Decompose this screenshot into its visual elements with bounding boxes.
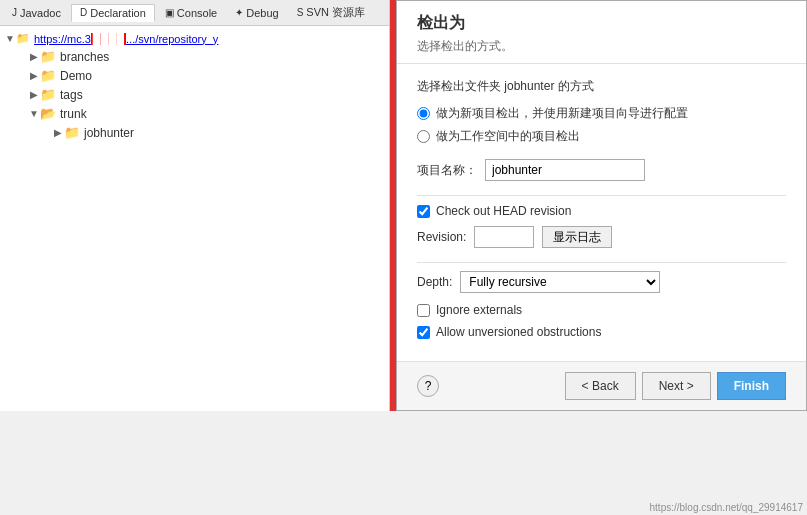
demo-folder-icon: 📁 [40, 68, 56, 83]
tags-arrow: ▶ [28, 89, 40, 100]
section-label: 选择检出文件夹 jobhunter 的方式 [417, 78, 786, 95]
project-name-label: 项目名称： [417, 162, 477, 179]
root-url-label[interactable]: https://mc.3████.../svn/repository_y [34, 33, 218, 45]
watermark: https://blog.csdn.net/qq_29914617 [650, 502, 803, 513]
tab-debug[interactable]: ✦ Debug [227, 5, 286, 21]
project-name-input[interactable] [485, 159, 645, 181]
tab-declaration[interactable]: D Declaration [71, 4, 155, 22]
tree-item-demo[interactable]: ▶ 📁 Demo [0, 66, 389, 85]
dialog-subtitle: 选择检出的方式。 [417, 38, 786, 55]
radio-group: 做为新项目检出，并使用新建项目向导进行配置 做为工作空间中的项目检出 [417, 105, 786, 145]
tab-javadoc[interactable]: J Javadoc [4, 5, 69, 21]
dialog-footer: ? < Back Next > Finish [397, 361, 806, 410]
radio-workspace-project[interactable]: 做为工作空间中的项目检出 [417, 128, 786, 145]
tree-item-jobhunter[interactable]: ▶ 📁 jobhunter [0, 123, 389, 142]
debug-icon: ✦ [235, 7, 243, 18]
revision-input[interactable] [474, 226, 534, 248]
ignore-externals-checkbox[interactable] [417, 304, 430, 317]
checkout-head-row[interactable]: Check out HEAD revision [417, 204, 786, 218]
console-icon: ▣ [165, 7, 174, 18]
depth-row: Depth: Fully recursive Immediate childre… [417, 271, 786, 293]
tree-item-trunk[interactable]: ▼ 📂 trunk [0, 104, 389, 123]
jobhunter-folder-icon: 📁 [64, 125, 80, 140]
javadoc-icon: J [12, 7, 17, 18]
root-arrow: ▼ [4, 33, 16, 44]
depth-label: Depth: [417, 275, 452, 289]
finish-button[interactable]: Finish [717, 372, 786, 400]
tree-panel: ▼ 📁 https://mc.3████.../svn/repository_y… [0, 26, 389, 411]
trunk-folder-icon: 📂 [40, 106, 56, 121]
tab-svn[interactable]: S SVN 资源库 [289, 3, 373, 22]
divider-1 [417, 195, 786, 196]
revision-label: Revision: [417, 230, 466, 244]
tags-folder-icon: 📁 [40, 87, 56, 102]
branches-arrow: ▶ [28, 51, 40, 62]
branches-folder-icon: 📁 [40, 49, 56, 64]
root-folder-icon: 📁 [16, 32, 30, 45]
radio-workspace-input[interactable] [417, 130, 430, 143]
project-name-row: 项目名称： [417, 159, 786, 181]
tab-console[interactable]: ▣ Console [157, 5, 225, 21]
footer-buttons: < Back Next > Finish [565, 372, 786, 400]
revision-row: Revision: 显示日志 [417, 226, 786, 248]
back-button[interactable]: < Back [565, 372, 636, 400]
tree-root[interactable]: ▼ 📁 https://mc.3████.../svn/repository_y [0, 30, 389, 47]
checkout-dialog: 检出为 选择检出的方式。 选择检出文件夹 jobhunter 的方式 做为新项目… [396, 0, 807, 411]
dialog-body: 选择检出文件夹 jobhunter 的方式 做为新项目检出，并使用新建项目向导进… [397, 64, 806, 361]
declaration-icon: D [80, 7, 87, 18]
allow-unversioned-row[interactable]: Allow unversioned obstructions [417, 325, 786, 339]
dialog-header: 检出为 选择检出的方式。 [397, 1, 806, 64]
checkout-head-checkbox[interactable] [417, 205, 430, 218]
tree-item-branches[interactable]: ▶ 📁 branches [0, 47, 389, 66]
tab-bar: J Javadoc D Declaration ▣ Console ✦ Debu… [0, 0, 389, 26]
radio-new-project[interactable]: 做为新项目检出，并使用新建项目向导进行配置 [417, 105, 786, 122]
jobhunter-arrow: ▶ [52, 127, 64, 138]
help-button[interactable]: ? [417, 375, 439, 397]
footer-left: ? [417, 375, 439, 397]
left-panel: J Javadoc D Declaration ▣ Console ✦ Debu… [0, 0, 390, 411]
ignore-externals-row[interactable]: Ignore externals [417, 303, 786, 317]
depth-select[interactable]: Fully recursive Immediate children Only … [460, 271, 660, 293]
radio-new-project-input[interactable] [417, 107, 430, 120]
demo-arrow: ▶ [28, 70, 40, 81]
show-log-button[interactable]: 显示日志 [542, 226, 612, 248]
divider-2 [417, 262, 786, 263]
dialog-title: 检出为 [417, 13, 786, 34]
tree-item-tags[interactable]: ▶ 📁 tags [0, 85, 389, 104]
trunk-arrow: ▼ [28, 108, 40, 119]
allow-unversioned-checkbox[interactable] [417, 326, 430, 339]
next-button[interactable]: Next > [642, 372, 711, 400]
svn-icon: S [297, 7, 304, 18]
